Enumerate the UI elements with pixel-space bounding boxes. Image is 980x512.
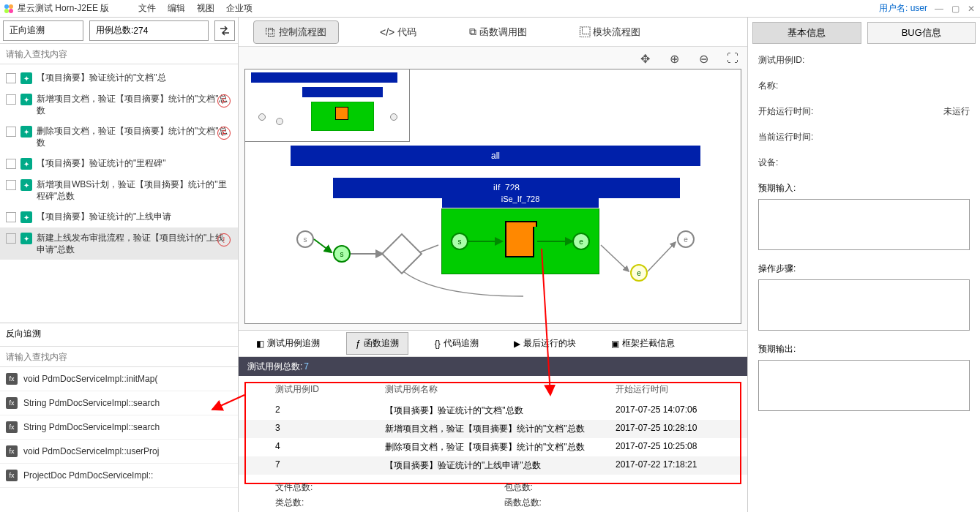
expected-output-textarea[interactable] xyxy=(758,360,970,411)
function-icon: fx xyxy=(6,421,18,433)
tab-module-flow[interactable]: ⿺模块流程图 xyxy=(568,21,652,43)
btab-code-trace[interactable]: {}代码追溯 xyxy=(426,333,487,354)
svg-line-6 xyxy=(314,239,332,252)
menu-enterprise[interactable]: 企业项 xyxy=(226,2,253,15)
test-case-item[interactable]: ✦ 【项目摘要】验证统计的"文档"总 xyxy=(0,67,238,89)
center-panel: ⿻控制流程图 </>代码 ⧉函数调用图 ⿺模块流程图 ✥ ⊕ ⊖ ⛶ all i… xyxy=(239,18,747,512)
svg-line-9 xyxy=(601,245,629,271)
field-start-value: 未运行 xyxy=(943,105,970,118)
svg-line-10 xyxy=(648,242,676,271)
checkbox-icon[interactable] xyxy=(6,180,16,190)
center-tabs: ⿻控制流程图 </>代码 ⧉函数调用图 ⿺模块流程图 xyxy=(239,18,747,47)
field-id-label: 测试用例ID: xyxy=(758,54,970,67)
field-current-label: 当前运行时间: xyxy=(758,131,970,143)
btab-last-block[interactable]: ▶最后运行的块 xyxy=(505,333,585,354)
close-icon[interactable]: ✕ xyxy=(965,3,977,15)
zoom-out-icon[interactable]: ⊖ xyxy=(695,50,712,67)
test-case-item[interactable]: ✦ 新建上线发布审批流程，验证【项目统计的"上线申请"总数 ! xyxy=(0,227,238,260)
field-input-label: 预期输入: xyxy=(758,182,970,195)
checkbox-icon[interactable] xyxy=(6,159,16,169)
function-item[interactable]: fxString PdmDocServiceImpl::search xyxy=(0,415,238,440)
function-item[interactable]: fxString PdmDocServiceImpl::search xyxy=(0,391,238,415)
checkbox-icon[interactable] xyxy=(6,94,16,105)
rtab-bug-info[interactable]: BUG信息 xyxy=(867,22,976,44)
maximize-icon[interactable]: ▢ xyxy=(949,3,961,15)
function-icon: fx xyxy=(6,445,18,457)
node-s2-icon: s xyxy=(333,245,351,263)
steps-textarea[interactable] xyxy=(758,279,970,331)
case-icon: ✦ xyxy=(20,233,32,244)
checkbox-icon[interactable] xyxy=(6,233,16,244)
case-icon: ✦ xyxy=(20,94,32,105)
case-icon: ✦ xyxy=(20,179,32,191)
test-case-item[interactable]: ✦ 【项目摘要】验证统计的"上线申请 xyxy=(0,206,238,227)
function-item[interactable]: fxvoid PdmDocServiceImpl::initMap( xyxy=(0,367,238,391)
status-badge-icon: F xyxy=(217,94,231,108)
function-text: void PdmDocServiceImpl::initMap( xyxy=(23,374,157,384)
checkbox-icon[interactable] xyxy=(6,212,16,222)
test-case-item[interactable]: ✦ 新增项目WBS计划，验证【项目摘要】统计的"里程碑"总数 xyxy=(0,174,238,206)
node-e2-icon: e xyxy=(630,264,648,282)
svg-point-1 xyxy=(9,4,13,9)
case-icon: ✦ xyxy=(20,72,32,84)
minimize-icon[interactable]: — xyxy=(933,3,945,15)
tab-call-graph[interactable]: ⧉函数调用图 xyxy=(457,21,539,43)
case-text: 【项目摘要】验证统计的"文档"总 xyxy=(37,72,232,83)
function-list[interactable]: fxvoid PdmDocServiceImpl::initMap(fxStri… xyxy=(0,367,238,512)
function-item[interactable]: fxProjectDoc PdmDocServiceImpl:: xyxy=(0,464,238,488)
svg-line-8 xyxy=(419,245,438,252)
btab-intercept[interactable]: ▣框架拦截信息 xyxy=(602,333,684,354)
checkbox-icon[interactable] xyxy=(6,127,16,137)
menu-file[interactable]: 文件 xyxy=(138,2,156,15)
test-case-list[interactable]: ✦ 【项目摘要】验证统计的"文档"总 ✦ 新增项目文档，验证【项目摘要】统计的"… xyxy=(0,64,238,323)
svg-point-2 xyxy=(4,9,9,13)
rtab-basic-info[interactable]: 基本信息 xyxy=(752,22,861,44)
function-text: ProjectDoc PdmDocServiceImpl:: xyxy=(23,470,153,481)
test-case-item[interactable]: ✦ 【项目摘要】验证统计的"里程碑" xyxy=(0,153,238,174)
case-icon: ✦ xyxy=(20,158,32,170)
expected-input-textarea[interactable] xyxy=(758,199,970,250)
node-outer-start-icon: s xyxy=(296,230,314,248)
minimap[interactable] xyxy=(244,69,410,142)
code-trace-icon: {} xyxy=(435,339,441,349)
function-text: String PdmDocServiceImpl::search xyxy=(23,398,160,408)
fullscreen-icon[interactable]: ⛶ xyxy=(724,50,741,67)
function-item[interactable]: fxvoid PdmDocServiceImpl::userProj xyxy=(0,440,238,464)
left-panel: 正向追溯 用例总数: 274 ✦ 【项目摘要】验证统计的"文档"总 ✦ 新增项目… xyxy=(0,18,239,512)
search-input-reverse[interactable] xyxy=(0,347,238,366)
test-case-item[interactable]: ✦ 新增项目文档，验证【项目摘要】统计的"文档"总数 F xyxy=(0,89,238,121)
svg-point-3 xyxy=(9,9,13,13)
field-name-label: 名称: xyxy=(758,80,970,92)
btab-function-trace[interactable]: ƒ函数追溯 xyxy=(346,332,408,355)
callgraph-icon: ⧉ xyxy=(469,26,476,38)
field-device-label: 设备: xyxy=(758,157,970,169)
menu-edit[interactable]: 编辑 xyxy=(168,2,185,15)
tab-control-flow[interactable]: ⿻控制流程图 xyxy=(253,20,339,44)
app-logo-icon xyxy=(3,3,15,15)
test-case-item[interactable]: ✦ 删除项目文档，验证【项目摘要】统计的"文档"总数 F xyxy=(0,121,238,153)
tab-code[interactable]: </>代码 xyxy=(368,21,428,43)
case-text: 【项目摘要】验证统计的"里程碑" xyxy=(37,157,232,169)
checkbox-icon[interactable] xyxy=(6,73,16,83)
search-input-forward[interactable] xyxy=(0,44,238,64)
title-bar: 星云测试 Horn-J2EE 版 文件 编辑 视图 企业项 用户名: user … xyxy=(0,0,980,18)
case-text: 新增项目WBS计划，验证【项目摘要】统计的"里程碑"总数 xyxy=(37,178,232,202)
function-icon: fx xyxy=(6,470,18,481)
pan-icon[interactable]: ✥ xyxy=(636,50,654,67)
trace-icon: ◧ xyxy=(256,339,264,349)
right-panel: 基本信息 BUG信息 测试用例ID: 名称: 开始运行时间:未运行 当前运行时间… xyxy=(747,18,980,512)
flow-block-se-label: iSe_If_728 xyxy=(442,190,599,208)
code-icon: </> xyxy=(380,26,394,38)
case-text: 删除项目文档，验证【项目摘要】统计的"文档"总数 xyxy=(37,125,232,148)
user-label: 用户名: user xyxy=(879,2,927,15)
field-steps-label: 操作步骤: xyxy=(758,263,970,275)
zoom-in-icon[interactable]: ⊕ xyxy=(665,50,683,67)
status-badge-icon: F xyxy=(217,127,231,140)
btab-case-trace[interactable]: ◧测试用例追溯 xyxy=(247,333,329,354)
swap-icon[interactable] xyxy=(214,20,235,41)
field-output-label: 预期输出: xyxy=(758,343,970,355)
menu-view[interactable]: 视图 xyxy=(197,2,214,15)
module-icon: ⿺ xyxy=(580,26,590,38)
case-text: 新增项目文档，验证【项目摘要】统计的"文档"总数 xyxy=(37,93,232,116)
node-outer-end-icon: e xyxy=(677,230,695,248)
